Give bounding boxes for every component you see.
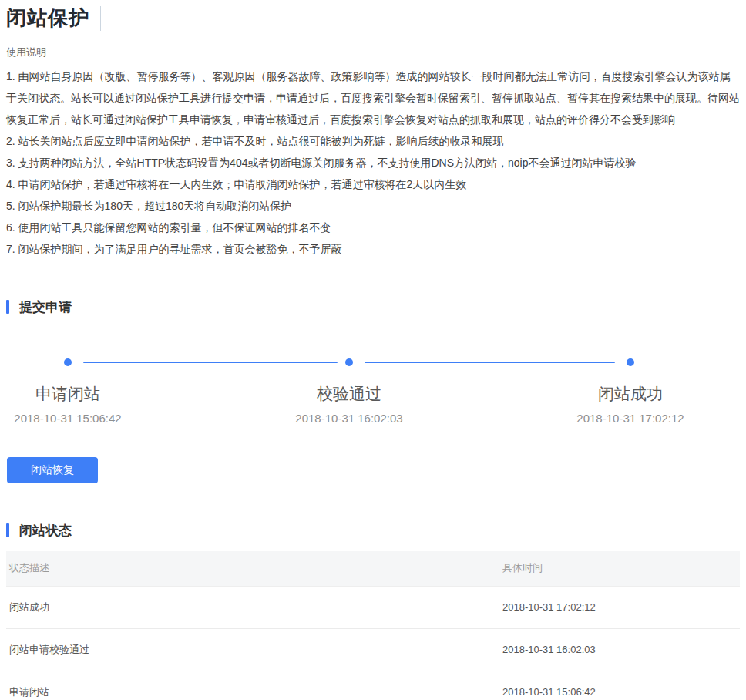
- instruction-item: 3. 支持两种闭站方法，全站HTTP状态码设置为404或者切断电源关闭服务器，不…: [6, 152, 740, 173]
- usage-instructions-label: 使用说明: [6, 45, 746, 59]
- site-recover-button[interactable]: 闭站恢复: [7, 457, 98, 483]
- section-accent-bar: [6, 523, 9, 537]
- column-header-status: 状态描述: [6, 551, 499, 586]
- instruction-item: 6. 使用闭站工具只能保留您网站的索引量，但不保证网站的排名不变: [6, 217, 740, 238]
- page-header: 闭站保护: [6, 5, 746, 32]
- table-header-row: 状态描述 具体时间: [6, 551, 740, 586]
- page-title: 闭站保护: [6, 5, 89, 32]
- timeline-step-verified: 校验通过 2018-10-31 16:02:03: [234, 383, 465, 425]
- timeline-dot-icon: [627, 358, 634, 366]
- time-cell: 2018-10-31 15:06:42: [499, 671, 740, 700]
- status-cell: 闭站申请校验通过: [6, 628, 499, 671]
- time-cell: 2018-10-31 16:02:03: [499, 628, 740, 671]
- timeline-step-time: 2018-10-31 16:02:03: [234, 412, 465, 425]
- usage-instructions-list: 1. 由网站自身原因（改版、暂停服务等）、客观原因（服务器故障、政策影响等）造成…: [6, 66, 740, 260]
- status-section-title: 闭站状态: [19, 522, 72, 540]
- submit-section-title: 提交申请: [19, 298, 72, 316]
- instruction-item: 7. 闭站保护期间，为了满足用户的寻址需求，首页会被豁免，不予屏蔽: [6, 238, 740, 260]
- table-row: 申请闭站 2018-10-31 15:06:42: [6, 671, 740, 700]
- closure-progress-timeline: 申请闭站 2018-10-31 15:06:42 校验通过 2018-10-31…: [0, 346, 746, 437]
- timeline-step-apply: 申请闭站 2018-10-31 15:06:42: [0, 383, 183, 425]
- timeline-connector: [83, 362, 338, 363]
- site-closure-protection-page: 闭站保护 使用说明 1. 由网站自身原因（改版、暂停服务等）、客观原因（服务器故…: [0, 0, 746, 700]
- title-divider: [100, 6, 101, 31]
- table-row: 闭站成功 2018-10-31 17:02:12: [6, 586, 740, 628]
- timeline-connector: [365, 362, 615, 363]
- instruction-item: 5. 闭站保护期最长为180天，超过180天将自动取消闭站保护: [6, 195, 740, 217]
- section-accent-bar: [6, 300, 9, 314]
- instruction-item: 2. 站长关闭站点后应立即申请闭站保护，若申请不及时，站点很可能被判为死链，影响…: [6, 130, 740, 152]
- time-cell: 2018-10-31 17:02:12: [499, 586, 740, 628]
- timeline-step-time: 2018-10-31 15:06:42: [0, 412, 183, 425]
- closure-status-table: 状态描述 具体时间 闭站成功 2018-10-31 17:02:12 闭站申请校…: [6, 551, 740, 700]
- timeline-step-label: 闭站成功: [515, 383, 746, 405]
- timeline-step-success: 闭站成功 2018-10-31 17:02:12: [515, 383, 746, 425]
- status-cell: 申请闭站: [6, 671, 499, 700]
- status-section-heading: 闭站状态: [6, 522, 746, 539]
- timeline-step-label: 申请闭站: [0, 383, 183, 405]
- submit-section-heading: 提交申请: [6, 298, 746, 315]
- instruction-item: 4. 申请闭站保护，若通过审核将在一天内生效；申请取消闭站保护，若通过审核将在2…: [6, 173, 740, 195]
- column-header-time: 具体时间: [499, 551, 740, 586]
- timeline-step-time: 2018-10-31 17:02:12: [515, 412, 746, 425]
- status-cell: 闭站成功: [6, 586, 499, 628]
- timeline-dot-icon: [64, 358, 72, 366]
- timeline-step-label: 校验通过: [234, 383, 465, 405]
- instruction-item: 1. 由网站自身原因（改版、暂停服务等）、客观原因（服务器故障、政策影响等）造成…: [6, 66, 740, 130]
- table-row: 闭站申请校验通过 2018-10-31 16:02:03: [6, 628, 740, 671]
- timeline-dot-icon: [345, 358, 353, 366]
